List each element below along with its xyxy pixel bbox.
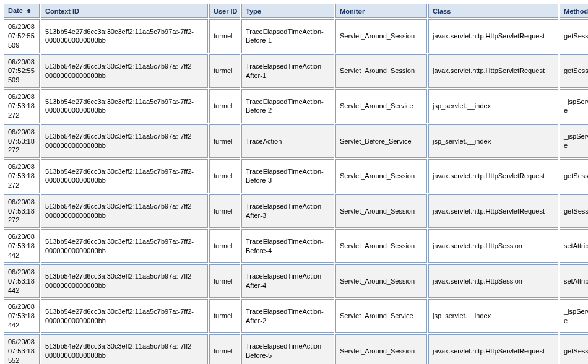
col-header-class[interactable]: Class [428,4,558,18]
cell-method: getSession [560,159,588,193]
cell-method: _jspService [560,299,588,333]
cell-context: 513bb54e27d6cc3a:30c3eff2:11aa5c7b97a:-7… [41,229,208,263]
table-row[interactable]: 06/20/08 07:53:18 442513bb54e27d6cc3a:30… [4,299,588,333]
cell-class: jsp_servlet.__index [428,299,558,333]
table-row[interactable]: 06/20/08 07:52:55 509513bb54e27d6cc3a:30… [4,19,588,53]
cell-context: 513bb54e27d6cc3a:30c3eff2:11aa5c7b97a:-7… [41,264,208,298]
cell-monitor: Servlet_Around_Service [335,89,427,123]
cell-method: setAttribute [560,229,588,263]
cell-monitor: Servlet_Around_Session [335,54,427,89]
table-row[interactable]: 06/20/08 07:53:18 272513bb54e27d6cc3a:30… [4,159,588,193]
cell-monitor: Servlet_Around_Session [335,194,427,228]
cell-user: turmel [209,299,240,333]
col-header-method[interactable]: Method [560,4,588,18]
table-header-row: Date Context ID User ID Type Monitor Cla… [4,4,588,18]
col-header-context[interactable]: Context ID [41,4,208,18]
cell-date: 06/20/08 07:53:18 272 [4,194,40,228]
table-row[interactable]: 06/20/08 07:53:18 272513bb54e27d6cc3a:30… [4,194,588,228]
cell-method: getSession [560,334,588,364]
cell-context: 513bb54e27d6cc3a:30c3eff2:11aa5c7b97a:-7… [41,334,208,364]
cell-date: 06/20/08 07:53:18 272 [4,124,40,158]
col-header-label: Date [8,7,23,14]
cell-context: 513bb54e27d6cc3a:30c3eff2:11aa5c7b97a:-7… [41,19,208,53]
cell-context: 513bb54e27d6cc3a:30c3eff2:11aa5c7b97a:-7… [41,159,208,193]
col-header-label: Monitor [340,7,365,15]
col-header-label: User ID [214,7,238,15]
cell-method: getSession [560,194,588,228]
col-header-user[interactable]: User ID [209,4,240,18]
table-row[interactable]: 06/20/08 07:53:18 442513bb54e27d6cc3a:30… [4,229,588,263]
col-header-monitor[interactable]: Monitor [335,4,427,18]
cell-context: 513bb54e27d6cc3a:30c3eff2:11aa5c7b97a:-7… [41,124,208,158]
cell-monitor: Servlet_Around_Service [335,299,427,333]
cell-user: turmel [209,89,240,123]
table-row[interactable]: 06/20/08 07:53:18 442513bb54e27d6cc3a:30… [4,264,588,298]
cell-type: TraceElapsedTimeAction-After-3 [241,194,334,228]
sort-asc-icon [26,7,32,15]
cell-date: 06/20/08 07:52:55 509 [4,19,40,53]
cell-method: setAttribute [560,264,588,298]
col-header-label: Type [246,7,261,15]
cell-date: 06/20/08 07:53:18 442 [4,264,40,298]
col-header-label: Class [433,7,451,15]
cell-class: javax.servlet.http.HttpServletRequest [428,159,558,193]
col-header-label: Context ID [45,7,79,15]
cell-monitor: Servlet_Around_Session [335,19,427,53]
table-row[interactable]: 06/20/08 07:53:18 552513bb54e27d6cc3a:30… [4,334,588,364]
cell-context: 513bb54e27d6cc3a:30c3eff2:11aa5c7b97a:-7… [41,54,208,89]
cell-user: turmel [209,19,240,53]
cell-date: 06/20/08 07:53:18 272 [4,159,40,193]
cell-user: turmel [209,54,240,89]
cell-type: TraceElapsedTimeAction-After-2 [241,299,334,333]
svg-marker-0 [27,9,31,13]
cell-method: _jspService [560,89,588,123]
col-header-type[interactable]: Type [241,4,334,18]
cell-monitor: Servlet_Before_Service [335,124,427,158]
cell-class: javax.servlet.http.HttpServletRequest [428,334,558,364]
cell-method: getSession [560,19,588,53]
table-row[interactable]: 06/20/08 07:52:55 509513bb54e27d6cc3a:30… [4,54,588,89]
cell-class: javax.servlet.http.HttpServletRequest [428,19,558,53]
cell-date: 06/20/08 07:53:18 442 [4,229,40,263]
cell-type: TraceElapsedTimeAction-Before-5 [241,334,334,364]
cell-type: TraceElapsedTimeAction-After-4 [241,264,334,298]
cell-context: 513bb54e27d6cc3a:30c3eff2:11aa5c7b97a:-7… [41,299,208,333]
cell-user: turmel [209,229,240,263]
cell-monitor: Servlet_Around_Session [335,264,427,298]
cell-type: TraceElapsedTimeAction-Before-4 [241,229,334,263]
table-row[interactable]: 06/20/08 07:53:18 272513bb54e27d6cc3a:30… [4,124,588,158]
cell-method: getSession [560,54,588,89]
cell-monitor: Servlet_Around_Session [335,334,427,364]
cell-context: 513bb54e27d6cc3a:30c3eff2:11aa5c7b97a:-7… [41,89,208,123]
col-header-date[interactable]: Date [4,4,40,18]
cell-date: 06/20/08 07:53:18 442 [4,299,40,333]
cell-type: TraceElapsedTimeAction-Before-3 [241,159,334,193]
cell-date: 06/20/08 07:52:55 509 [4,54,40,89]
cell-user: turmel [209,159,240,193]
cell-class: javax.servlet.http.HttpSession [428,229,558,263]
table-body: 06/20/08 07:52:55 509513bb54e27d6cc3a:30… [4,19,588,364]
table-row[interactable]: 06/20/08 07:53:18 272513bb54e27d6cc3a:30… [4,89,588,123]
cell-user: turmel [209,124,240,158]
trace-table: Date Context ID User ID Type Monitor Cla… [2,2,588,364]
cell-user: turmel [209,194,240,228]
cell-type: TraceElapsedTimeAction-Before-2 [241,89,334,123]
cell-class: javax.servlet.http.HttpSession [428,264,558,298]
cell-class: jsp_servlet.__index [428,89,558,123]
cell-context: 513bb54e27d6cc3a:30c3eff2:11aa5c7b97a:-7… [41,194,208,228]
cell-class: javax.servlet.http.HttpServletRequest [428,54,558,89]
cell-method: _jspService [560,124,588,158]
cell-user: turmel [209,334,240,364]
col-header-label: Method [564,7,588,15]
cell-class: javax.servlet.http.HttpServletRequest [428,194,558,228]
cell-user: turmel [209,264,240,298]
cell-date: 06/20/08 07:53:18 272 [4,89,40,123]
cell-class: jsp_servlet.__index [428,124,558,158]
cell-type: TraceElapsedTimeAction-After-1 [241,54,334,89]
cell-type: TraceElapsedTimeAction-Before-1 [241,19,334,53]
cell-monitor: Servlet_Around_Session [335,229,427,263]
cell-monitor: Servlet_Around_Session [335,159,427,193]
cell-type: TraceAction [241,124,334,158]
cell-date: 06/20/08 07:53:18 552 [4,334,40,364]
